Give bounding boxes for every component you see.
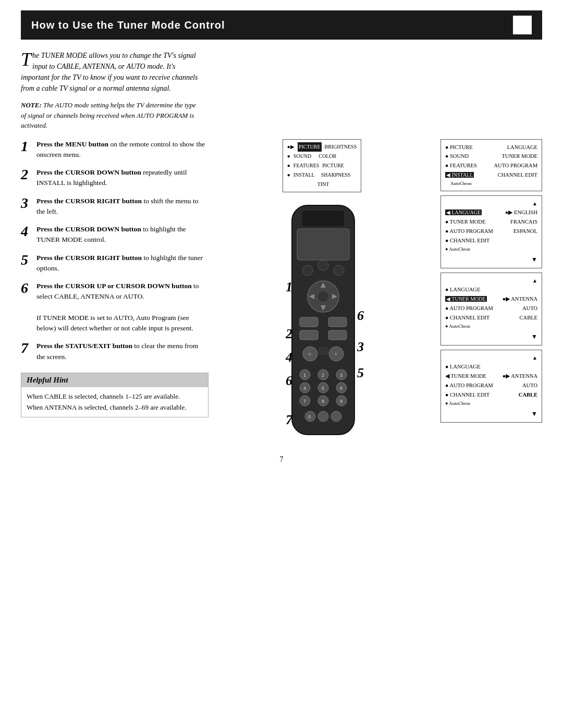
menu-row-tint: TINT — [287, 180, 357, 189]
svg-rect-12 — [300, 317, 318, 327]
menu-row-picture: ●▶ PICTURE BRIGHTNESS — [287, 142, 357, 152]
svg-text:8: 8 — [322, 399, 324, 404]
remote-control-image: + + 1 2 3 4 5 6 — [282, 200, 365, 440]
panel-3: ▲ ● LANGUAGE ◀ TUNER MODE ●▶ ANTENNA ● A… — [440, 273, 542, 346]
page-header: How to Use the Tuner Mode Control ✎ — [21, 10, 542, 40]
menu-picture2: PICTURE — [322, 161, 344, 170]
panel1-row-picture: ● PICTURE LANGUAGE — [445, 143, 537, 152]
step-number-7: 7 — [21, 341, 31, 355]
panel4-autoprogram: ● AUTO PROGRAM — [445, 381, 493, 390]
svg-rect-1 — [302, 211, 344, 226]
panel1-install-highlight: ◀ INSTALL — [445, 170, 474, 180]
menu-install-label: INSTALL — [293, 170, 315, 180]
step-4-content: Press the CURSOR DOWN button to highligh… — [36, 224, 209, 245]
note-paragraph: NOTE: The AUTO mode setting helps the TV… — [21, 100, 198, 131]
svg-text:7: 7 — [303, 399, 306, 404]
panel2-row-channeledit: ● CHANNEL EDIT — [445, 236, 537, 245]
menu-sound-label: SOUND — [293, 152, 311, 161]
svg-text:4: 4 — [285, 350, 292, 365]
pencil-icon: ✎ — [519, 19, 527, 31]
center-column: ●▶ PICTURE BRIGHTNESS ● SOUND COLOR ● FE… — [219, 139, 427, 440]
panel3-language: ● LANGUAGE — [445, 285, 480, 294]
bullet-sound: ● — [287, 152, 290, 161]
menu-screen-1: ●▶ PICTURE BRIGHTNESS ● SOUND COLOR ● FE… — [283, 139, 361, 192]
svg-text:9: 9 — [340, 399, 342, 404]
step-number-5: 5 — [21, 253, 31, 267]
panel1-row-autochronl: AutoChron — [445, 180, 537, 188]
panel1-bullet-sound: ● SOUND — [445, 152, 469, 161]
panel4-row-auto: ● AUTO PROGRAM AUTO — [445, 381, 537, 390]
helpful-hint-body: When CABLE is selected, channels 1–125 a… — [21, 387, 208, 417]
panel2-right-arrow: ●▶ ENGLISH — [505, 208, 537, 217]
hint-line-1: When CABLE is selected, channels 1–125 a… — [27, 391, 203, 402]
panel1-bullet-features: ● FEATURES — [445, 161, 477, 170]
panel4-row-autochronl: ● AutoChron — [445, 400, 537, 408]
panel4-right-auto: AUTO — [522, 381, 537, 390]
panel4-autochronl: ● AutoChron — [445, 400, 470, 408]
panel4-up-arrow: ▲ — [445, 353, 537, 362]
step-number-2: 2 — [21, 167, 31, 182]
hint-line-2: When ANTENNA is selected, channels 2–69 … — [27, 402, 203, 413]
panel1-right-language: LANGUAGE — [507, 143, 537, 152]
panel1-row-sound: ● SOUND TUNER MODE — [445, 152, 537, 161]
step-6: 6 Press the CURSOR UP or CURSOR DOWN but… — [21, 281, 209, 334]
menu-picture-highlight: PICTURE — [298, 142, 322, 152]
step-3-content: Press the CURSOR RIGHT button to shift t… — [36, 196, 209, 217]
bullet-features: ● — [287, 161, 290, 170]
step-4: 4 Press the CURSOR DOWN button to highli… — [21, 224, 209, 245]
panel2-autochronl: ● AutoChron — [445, 245, 470, 253]
panel4-tunermode: ◀ TUNER MODE — [445, 372, 486, 381]
panel3-up-arrow: ▲ — [445, 276, 537, 285]
panel2-row-autochronl: ● AutoChron — [445, 245, 537, 253]
menu-brightness: BRIGHTNESS — [325, 142, 357, 152]
step-1-content: Press the MENU button on the remote cont… — [36, 139, 209, 161]
panel4-language: ● LANGUAGE — [445, 362, 480, 372]
svg-text:+: + — [334, 351, 337, 357]
menu-features-label: FEATURES — [293, 161, 319, 170]
menu-tint: TINT — [317, 180, 329, 189]
panel1-right-channeledit: CHANNEL EDIT — [498, 170, 537, 180]
step-2-content: Press the CURSOR DOWN button repeatedly … — [36, 167, 209, 189]
svg-point-40 — [318, 411, 328, 422]
right-panels-column: ● PICTURE LANGUAGE ● SOUND TUNER MODE ● … — [438, 139, 542, 423]
svg-text:5: 5 — [322, 386, 324, 391]
panel3-right-auto: AUTO — [522, 304, 537, 313]
panel3-channeledit: ● CHANNEL EDIT — [445, 313, 489, 323]
svg-text:1: 1 — [286, 279, 292, 294]
step-2: 2 Press the CURSOR DOWN button repeatedl… — [21, 167, 209, 189]
page-number-value: 7 — [280, 455, 284, 463]
panel2-autoprogram: ● AUTO PROGRAM — [445, 227, 493, 236]
svg-text:3: 3 — [357, 339, 364, 354]
panel3-autochronl: ● AutoChron — [445, 323, 470, 330]
step-7-content: Press the STATUS/EXIT button to clear th… — [36, 341, 209, 362]
svg-text:5: 5 — [357, 365, 364, 380]
step-5-content: Press the CURSOR RIGHT button to highlig… — [36, 253, 209, 274]
panel3-row-auto: ● AUTO PROGRAM AUTO — [445, 304, 537, 313]
panel2-right-francais: FRANCAIS — [510, 217, 537, 227]
svg-text:6: 6 — [286, 373, 292, 388]
steps-column: 1 Press the MENU button on the remote co… — [21, 139, 209, 418]
panel-2: ▲ ◀ LANGUAGE ●▶ ENGLISH ● TUNER MODE FRA… — [440, 195, 542, 268]
panel2-row-language: ◀ LANGUAGE ●▶ ENGLISH — [445, 208, 537, 217]
step-number-1: 1 — [21, 139, 31, 154]
svg-text:6: 6 — [340, 386, 342, 391]
panel3-row-cable: ● CHANNEL EDIT CABLE — [445, 313, 537, 323]
svg-text:2: 2 — [285, 326, 292, 341]
svg-point-3 — [302, 265, 313, 276]
svg-point-4 — [318, 260, 328, 270]
step-5: 5 Press the CURSOR RIGHT button to highl… — [21, 253, 209, 274]
panel1-right-autoprogram: AUTO PROGRAM — [494, 161, 537, 170]
panel3-row-language: ● LANGUAGE — [445, 285, 537, 294]
page-number: 7 — [21, 455, 542, 464]
panel4-row-tunermode: ◀ TUNER MODE ●▶ ANTENNA — [445, 372, 537, 381]
svg-point-5 — [334, 265, 344, 276]
panel2-row-autoprogram: ● AUTO PROGRAM ESPANOL — [445, 227, 537, 236]
svg-point-41 — [331, 411, 341, 422]
svg-rect-14 — [300, 330, 318, 340]
panel4-channeledit: ● CHANNEL EDIT — [445, 390, 489, 400]
step-number-4: 4 — [21, 224, 31, 239]
panel2-row-tunermode: ● TUNER MODE FRANCAIS — [445, 217, 537, 227]
panel2-tunermode: ● TUNER MODE — [445, 217, 485, 227]
helpful-hint-title: Helpful Hint — [21, 373, 208, 387]
panel2-right-espanol: ESPANOL — [513, 227, 537, 236]
